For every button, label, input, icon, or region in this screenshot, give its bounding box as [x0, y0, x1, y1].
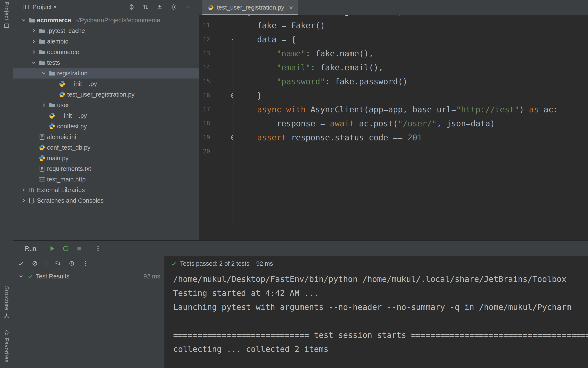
- sort-by-duration-icon[interactable]: [69, 260, 75, 267]
- tree-item-label: External Libraries: [37, 186, 85, 193]
- text-caret: [238, 147, 238, 156]
- code-line-13[interactable]: "name": fake.name(),: [238, 46, 588, 61]
- code-line-20[interactable]: [238, 145, 588, 158]
- test-duration: 92 ms: [144, 273, 160, 280]
- code-line-14[interactable]: "email": fake.email(),: [238, 61, 588, 74]
- tree-item-alembic-ini[interactable]: alembic.ini: [13, 132, 199, 142]
- tree-item-label: registration: [57, 70, 87, 77]
- tree-item-conf-test-db-py[interactable]: conf_test_db.py: [13, 142, 199, 153]
- collapse-all-icon[interactable]: [156, 4, 163, 10]
- chevron-collapsed-icon[interactable]: [29, 38, 39, 45]
- settings-gear-icon[interactable]: [170, 4, 177, 10]
- tree-item-label: test_main.http: [47, 176, 86, 183]
- more-vertical-icon[interactable]: [82, 260, 89, 267]
- tests-passed-summary: Tests passed: 2 of 2 tests – 92 ms: [180, 260, 273, 267]
- tree-item-alembic[interactable]: alembic: [13, 36, 199, 47]
- chevron-collapsed-icon[interactable]: [29, 49, 39, 55]
- code-line-11[interactable]: fake = Faker(): [238, 18, 588, 32]
- code-line-12[interactable]: data = {: [238, 32, 588, 46]
- more-vertical-icon[interactable]: [95, 245, 101, 252]
- chevron-spacer: [49, 91, 59, 98]
- chevron-spacer: [49, 81, 59, 87]
- tree-item-label: ecommerce: [37, 17, 71, 24]
- chevron-expanded-icon[interactable]: [19, 17, 28, 23]
- toolwindow-button-structure[interactable]: Structure: [3, 286, 10, 319]
- line-number-20: 20: [199, 145, 233, 158]
- left-toolwindow-bar: Project StructureFavorites: [0, 0, 13, 368]
- code-line-10[interactable]: async def test_user_registration():: [238, 15, 588, 18]
- expand-all-icon[interactable]: [142, 4, 149, 10]
- python-file-icon: [59, 91, 66, 98]
- tree-item-registration[interactable]: registration: [13, 68, 199, 79]
- chevron-expanded-icon[interactable]: [18, 273, 24, 279]
- code-line-16[interactable]: }: [238, 89, 588, 102]
- chevron-expanded-icon[interactable]: [29, 59, 39, 66]
- rerun-icon[interactable]: [62, 245, 69, 252]
- chevron-collapsed-icon[interactable]: [29, 28, 39, 34]
- show-passed-icon[interactable]: [18, 260, 24, 267]
- select-opened-file-icon[interactable]: [128, 4, 135, 10]
- tree-item-external-libraries[interactable]: External Libraries: [13, 185, 199, 195]
- chevron-collapsed-icon[interactable]: [19, 197, 28, 204]
- tree-item-label: requirements.txt: [47, 165, 91, 172]
- code-line-17[interactable]: async with AsyncClient(app=app, base_url…: [238, 102, 588, 117]
- run-play-icon[interactable]: [49, 245, 56, 252]
- code-editor[interactable]: async def test_user_registration(): fake…: [233, 15, 588, 240]
- editor-gutter: 1011121314151617181920: [199, 15, 233, 240]
- tree-item-ecommerce[interactable]: ecommerce~/PycharmProjects/ecommerce: [13, 15, 199, 26]
- text-file-icon: [39, 165, 45, 172]
- tree-item-scratches-and-consoles[interactable]: Scratches and Consoles: [13, 195, 199, 206]
- code-line-19[interactable]: assert response.status_code == 201: [238, 130, 588, 145]
- tree-item-tests[interactable]: tests: [13, 57, 199, 68]
- line-number-11: 11: [199, 18, 233, 32]
- folder-icon: [39, 38, 45, 45]
- project-root-path: ~/PycharmProjects/ecommerce: [74, 17, 160, 24]
- chevron-down-icon[interactable]: ▾: [54, 4, 56, 10]
- line-number-15: 15: [199, 74, 233, 89]
- tree-item--init-py[interactable]: __init__.py: [13, 79, 199, 89]
- chevron-collapsed-icon[interactable]: [39, 102, 49, 108]
- line-number-16: 16: [199, 89, 233, 102]
- code-line-15[interactable]: "password": fake.password(): [238, 74, 588, 89]
- tree-item--init-py[interactable]: __init__.py: [13, 110, 199, 121]
- tree-item-user[interactable]: user: [13, 100, 199, 110]
- toolwindow-favorites-icon: [4, 330, 9, 335]
- toolwindow-project-icon: [4, 23, 9, 28]
- folder-icon: [39, 27, 45, 34]
- fold-expanded-icon[interactable]: [230, 36, 233, 43]
- stop-icon[interactable]: [76, 245, 83, 252]
- tree-item-main-py[interactable]: main.py: [13, 153, 199, 163]
- pycharm-window: Project StructureFavorites Project ▾ eco…: [0, 0, 588, 368]
- test-results-label: Test Results: [36, 273, 69, 280]
- sort-alphabetically-icon[interactable]: [54, 260, 61, 267]
- chevron-spacer: [29, 176, 39, 183]
- test-toolbar: [13, 256, 164, 270]
- test-results-root-row[interactable]: Test Results 92 ms: [13, 270, 164, 282]
- toolbar-separator: [46, 260, 46, 267]
- http-file-icon: API: [39, 176, 45, 183]
- tree-item-requirements-txt[interactable]: requirements.txt: [13, 163, 199, 174]
- line-number-14: 14: [199, 61, 233, 74]
- hide-panel-icon[interactable]: [184, 4, 191, 10]
- line-number-19: 19: [199, 130, 233, 145]
- tree-item--pytest-cache[interactable]: .pytest_cache: [13, 26, 199, 36]
- code-line-18[interactable]: response = await ac.post("/user/", json=…: [238, 117, 588, 130]
- line-number-12: 12: [199, 32, 233, 46]
- toolwindow-button-favorites[interactable]: Favorites: [3, 330, 10, 362]
- tree-item-test-main-http[interactable]: APItest_main.http: [13, 174, 199, 185]
- tree-item-conftest-py[interactable]: conftest.py: [13, 121, 199, 132]
- run-tool-window: Run: Test Results 92 ms Tests passed: 2 …: [13, 240, 588, 368]
- tree-item-test-user-registration-py[interactable]: test_user_registration.py: [13, 89, 199, 100]
- toolwindow-button-project[interactable]: Project: [3, 2, 10, 28]
- chevron-spacer: [29, 134, 39, 140]
- tree-item-label: __init__.py: [67, 80, 97, 87]
- chevron-collapsed-icon[interactable]: [19, 187, 28, 193]
- close-tab-icon[interactable]: ×: [289, 4, 293, 11]
- editor-tab-test-user-registration[interactable]: test_user_registration.py ×: [202, 0, 298, 15]
- folder-icon: [49, 70, 55, 77]
- chevron-expanded-icon[interactable]: [39, 70, 49, 76]
- console-output[interactable]: /home/mukul/Desktop/FastEnv/bin/python /…: [165, 272, 588, 356]
- project-panel-title[interactable]: Project: [32, 4, 52, 11]
- tree-item-ecommerce[interactable]: ecommerce: [13, 47, 199, 57]
- show-ignored-icon[interactable]: [32, 260, 38, 267]
